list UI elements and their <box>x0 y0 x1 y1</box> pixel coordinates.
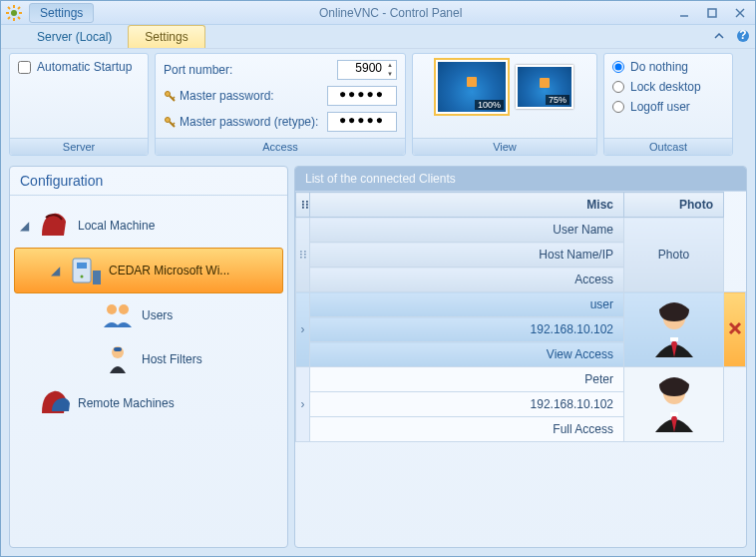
grid-subheader-row: ⁝⁝ User Name Photo <box>296 218 746 243</box>
users-icon <box>100 297 136 333</box>
master-password-retype-label: Master password (retype): <box>164 115 321 129</box>
tree-users-label: Users <box>142 308 173 322</box>
group-outcast-label: Outcast <box>604 138 732 155</box>
tree-host-filters-label: Host Filters <box>142 352 202 366</box>
delete-button[interactable] <box>724 292 746 367</box>
grid-header-row: ⁝⁝ Misc Photo <box>296 193 746 218</box>
expand-icon[interactable]: ◢ <box>49 264 61 278</box>
tree-remote-machines[interactable]: Remote Machines <box>14 381 283 425</box>
group-access-label: Access <box>156 138 405 155</box>
collapse-ribbon-icon[interactable] <box>711 28 727 44</box>
group-server-label: Server <box>10 138 148 155</box>
cell-user: Peter <box>310 367 624 392</box>
svg-text:?: ? <box>739 29 746 42</box>
group-view-label: View <box>413 138 596 155</box>
subcol-host: Host Name/IP <box>310 243 624 268</box>
tree-local-machine-label: Local Machine <box>78 219 155 233</box>
svg-rect-34 <box>670 412 678 416</box>
grid-handle-misc[interactable]: ⁝⁝ <box>296 193 310 218</box>
qat-settings[interactable]: Settings <box>29 3 94 23</box>
thumb-100-badge: 100% <box>475 100 504 110</box>
maximize-button[interactable] <box>701 5 723 21</box>
svg-point-26 <box>119 304 129 314</box>
subcol-access: Access <box>310 268 624 292</box>
cell-photo <box>624 367 724 442</box>
tree-host-filters[interactable]: Host Filters <box>14 337 283 381</box>
close-button[interactable] <box>729 5 751 21</box>
svg-line-8 <box>8 17 10 19</box>
svg-line-5 <box>8 7 10 9</box>
tree-cedar[interactable]: ◢ CEDAR Microsoft Wi... <box>14 248 283 293</box>
tab-server-local[interactable]: Server (Local) <box>21 26 128 48</box>
master-password-retype-input[interactable]: ●●●●● <box>327 112 397 132</box>
svg-rect-10 <box>708 9 716 17</box>
svg-rect-28 <box>114 347 122 351</box>
client-row[interactable]: › user <box>296 292 746 317</box>
grid-handle-photo[interactable]: ⁝⁝ <box>296 218 310 292</box>
svg-rect-22 <box>77 263 87 269</box>
tree-users[interactable]: Users <box>14 293 283 337</box>
view-thumb-100[interactable]: 100% <box>436 60 508 114</box>
configuration-header: Configuration <box>10 167 287 196</box>
subcol-photo: Photo <box>624 218 724 292</box>
port-spin-down[interactable]: ▼ <box>384 70 396 79</box>
port-number-input[interactable]: 5900 ▲▼ <box>337 60 397 80</box>
svg-line-7 <box>18 7 20 9</box>
cell-user: user <box>310 292 624 317</box>
svg-line-17 <box>173 97 175 99</box>
computer-icon <box>67 253 103 288</box>
subcol-user: User Name <box>310 218 624 243</box>
group-server: Automatic Startup Server <box>9 53 149 156</box>
svg-line-20 <box>173 123 175 125</box>
svg-rect-30 <box>670 337 678 341</box>
cell-photo <box>624 292 724 367</box>
configuration-tree: ◢ Local Machine ◢ CEDAR Microsoft Wi... <box>10 196 287 433</box>
automatic-startup-checkbox[interactable]: Automatic Startup <box>18 60 140 74</box>
svg-rect-21 <box>73 259 91 282</box>
automatic-startup-label: Automatic Startup <box>37 60 132 74</box>
expand-icon[interactable]: ◢ <box>18 219 30 233</box>
ribbon: Automatic Startup Server Port number: 59… <box>1 49 755 158</box>
master-password-input[interactable]: ●●●●● <box>327 86 397 106</box>
ribbon-tabstrip: Server (Local) Settings ? <box>1 25 755 49</box>
clients-panel: List of the connected Clients ⁝⁝ Misc Ph… <box>294 166 747 548</box>
port-spin-up[interactable]: ▲ <box>384 61 396 70</box>
group-access: Port number: 5900 ▲▼ Master password: ●●… <box>155 53 406 156</box>
svg-point-18 <box>166 118 171 123</box>
outcast-logoff-user[interactable]: Logoff user <box>612 100 724 114</box>
tree-remote-machines-label: Remote Machines <box>78 396 175 410</box>
svg-point-0 <box>11 10 17 16</box>
cell-host: 192.168.10.102 <box>310 317 624 342</box>
key-icon <box>164 90 176 102</box>
port-number-value: 5900 <box>355 61 382 75</box>
group-view: 100% 75% View <box>412 53 597 156</box>
tree-local-machine[interactable]: ◢ Local Machine <box>14 204 283 248</box>
cell-host: 192.168.10.102 <box>310 392 624 417</box>
remote-machines-icon <box>36 385 72 421</box>
host-filters-icon <box>100 341 136 377</box>
key-icon <box>164 116 176 128</box>
configuration-panel: Configuration ◢ Local Machine ◢ CEDAR Mi… <box>9 166 288 548</box>
svg-line-6 <box>18 17 20 19</box>
clients-header: List of the connected Clients <box>295 167 746 192</box>
app-icon <box>5 4 23 22</box>
tab-settings[interactable]: Settings <box>128 25 204 48</box>
port-label: Port number: <box>164 63 331 77</box>
tree-cedar-label: CEDAR Microsoft Wi... <box>109 264 229 278</box>
svg-point-15 <box>166 92 171 97</box>
row-expand[interactable]: › <box>296 292 310 367</box>
svg-rect-24 <box>93 271 101 284</box>
col-photo[interactable]: Photo <box>624 193 724 218</box>
group-outcast: Do nothing Lock desktop Logoff user Outc… <box>603 53 733 156</box>
svg-point-23 <box>81 276 84 278</box>
minimize-button[interactable] <box>673 5 695 21</box>
row-expand[interactable]: › <box>296 367 310 442</box>
client-row[interactable]: › Peter <box>296 367 746 392</box>
outcast-lock-desktop[interactable]: Lock desktop <box>612 80 724 94</box>
help-icon[interactable]: ? <box>735 28 751 44</box>
col-misc[interactable]: Misc <box>310 193 624 218</box>
clients-grid: ⁝⁝ Misc Photo ⁝⁝ User Name Photo Host Na… <box>295 192 746 547</box>
cell-access: Full Access <box>310 417 624 442</box>
view-thumb-75[interactable]: 75% <box>516 65 573 109</box>
outcast-do-nothing[interactable]: Do nothing <box>612 60 724 74</box>
